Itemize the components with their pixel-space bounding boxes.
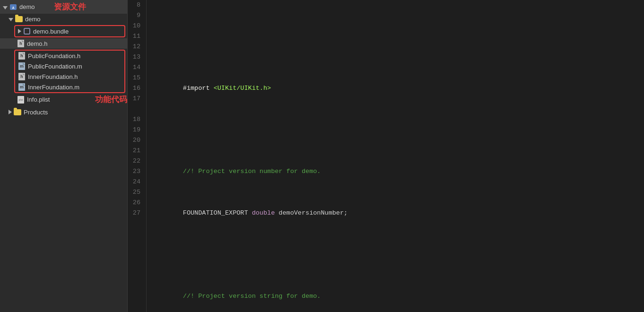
sidebar-demo-h-label: demo.h	[27, 40, 47, 47]
sidebar-bundle-label: demo.bundle	[33, 28, 69, 35]
triangle-products-icon	[9, 110, 12, 114]
sidebar-item-publicfoundation-h[interactable]: h PublicFoundation.h	[15, 51, 124, 61]
h-file-icon: h	[17, 40, 25, 47]
info-plist-row: plist Info.plist 功能代码	[0, 94, 127, 105]
sidebar-item-demo-root[interactable]: A demo 资源文件	[0, 0, 127, 14]
sidebar-root-label: demo	[19, 3, 35, 10]
m-file-icon: m	[18, 62, 26, 70]
h-file-icon3: h	[18, 73, 26, 80]
h-file-icon2: h	[18, 52, 26, 60]
code-editor: 8 9 10 11 12 13 14 15 16 17 18 19 20 21 …	[128, 0, 644, 312]
project-icon: A	[9, 3, 17, 11]
code-content: #import <UIKit/UIKit.h> //! Project vers…	[147, 0, 644, 312]
plist-icon: plist	[17, 96, 25, 104]
svg-text:A: A	[12, 6, 14, 9]
triangle-closed-icon	[18, 29, 21, 34]
sidebar-item-demo-folder[interactable]: demo	[0, 14, 127, 24]
sidebar-item-demo-bundle[interactable]: demo.bundle	[15, 26, 124, 36]
code-line-14: //! Project version string for demo.	[152, 281, 638, 291]
sidebar-pf-h-label: PublicFoundation.h	[28, 52, 80, 60]
m-file-icon2: m	[18, 83, 26, 91]
triangle-open-icon2	[9, 18, 13, 21]
sidebar-item-innerfoundation-h[interactable]: h InnerFoundation.h	[15, 71, 124, 82]
sidebar-item-products[interactable]: Products	[0, 107, 127, 117]
sidebar-if-h-label: InnerFoundation.h	[28, 73, 78, 80]
sidebar: A demo 资源文件 demo demo.bundle h demo.h	[0, 0, 128, 312]
code-line-13	[152, 239, 638, 250]
sidebar-folder-label: demo	[25, 16, 41, 23]
folder-icon	[15, 15, 23, 23]
sidebar-plist-label: Info.plist	[27, 96, 50, 103]
annotation-resource: 资源文件	[54, 1, 86, 12]
sidebar-item-publicfoundation-m[interactable]: m PublicFoundation.m	[15, 61, 124, 71]
sidebar-item-info-plist[interactable]: plist Info.plist	[0, 95, 91, 105]
sidebar-if-m-label: InnerFoundation.m	[28, 84, 79, 91]
sidebar-pf-m-label: PublicFoundation.m	[28, 63, 82, 70]
code-line-11: //! Project version number for demo.	[152, 156, 638, 166]
sidebar-products-label: Products	[24, 109, 48, 116]
code-line-9: #import <UIKit/UIKit.h>	[152, 73, 638, 83]
code-area: 8 9 10 11 12 13 14 15 16 17 18 19 20 21 …	[128, 0, 644, 312]
triangle-open-icon	[3, 6, 8, 9]
code-line-8	[152, 31, 638, 42]
red-outline-group: h PublicFoundation.h m PublicFoundation.…	[14, 50, 125, 93]
products-folder-icon	[14, 108, 21, 116]
red-outline-bundle: demo.bundle	[14, 25, 125, 37]
code-line-10	[152, 114, 638, 125]
sidebar-item-innerfoundation-m[interactable]: m InnerFoundation.m	[15, 82, 124, 92]
bundle-icon	[23, 27, 31, 35]
line-numbers: 8 9 10 11 12 13 14 15 16 17 18 19 20 21 …	[128, 0, 147, 312]
code-line-12: FOUNDATION_EXPORT double demoVersionNumb…	[152, 198, 638, 208]
annotation-code: 功能代码	[95, 94, 127, 105]
sidebar-item-demo-h[interactable]: h demo.h	[0, 38, 127, 49]
